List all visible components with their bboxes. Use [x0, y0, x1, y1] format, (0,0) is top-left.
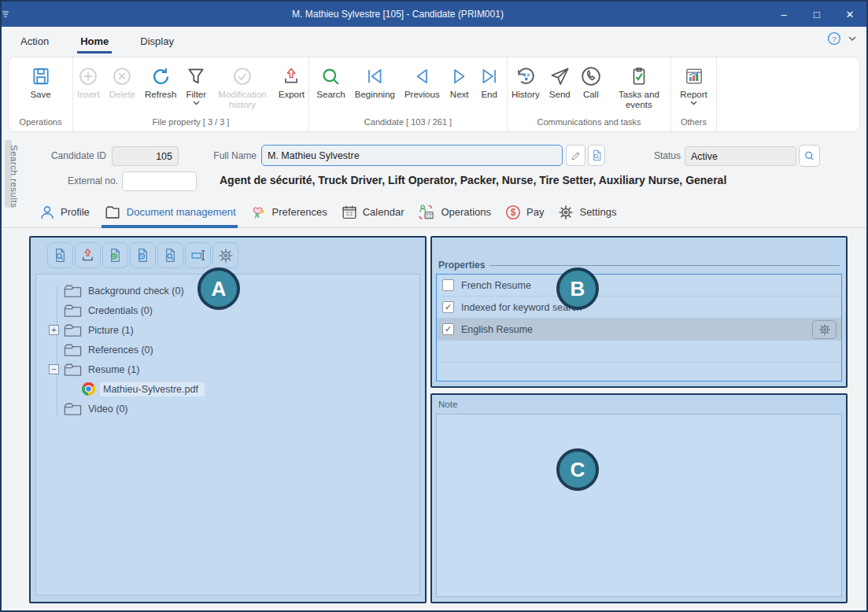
person-icon [39, 204, 56, 221]
calendar-icon [341, 204, 358, 221]
upload-document-button[interactable] [75, 242, 101, 268]
gear-icon [818, 323, 832, 337]
full-name-field[interactable] [261, 145, 563, 166]
upload-arrow-icon [79, 247, 96, 264]
search-button[interactable]: Search [312, 63, 349, 100]
tasks-and-events-button[interactable]: Tasks and events [608, 63, 670, 110]
report-icon [684, 63, 704, 90]
tab-operations[interactable]: Operations [416, 197, 493, 228]
document-history-button[interactable] [130, 242, 156, 268]
checkbox[interactable]: ✓ [442, 323, 454, 335]
tree-expander-icon[interactable]: − [49, 364, 59, 374]
menu-display[interactable]: Display [137, 27, 177, 55]
property-row-french-resume[interactable]: French Resume [437, 275, 841, 297]
tree-item-resume[interactable]: − Resume (1) [36, 359, 419, 379]
tree-file-resume-pdf[interactable]: Mathieu-Sylvestre.pdf [36, 379, 419, 399]
status-label: Status [627, 150, 681, 161]
tab-preferences[interactable]: Preferences [248, 197, 329, 228]
send-label: Send [549, 90, 571, 100]
folder-icon [64, 363, 82, 377]
minimize-button[interactable]: – [767, 2, 800, 27]
checkbox[interactable]: ✓ [442, 301, 454, 313]
tab-calendar[interactable]: Calendar [339, 197, 406, 228]
checkbox[interactable] [442, 279, 454, 291]
maximize-button[interactable]: □ [800, 2, 833, 27]
add-document-button[interactable] [102, 242, 128, 268]
tab-settings[interactable]: Settings [556, 197, 618, 228]
tree-settings-button[interactable] [212, 242, 238, 268]
document-tree-panel: Background check (0) Credentials (0) + P… [29, 236, 427, 603]
note-textarea[interactable] [436, 414, 842, 597]
chevron-down-icon [690, 101, 697, 105]
full-name-label: Full Name [205, 150, 257, 161]
ribbon-group-operations: Save Operations [9, 57, 73, 131]
tree-item-label: Video (0) [88, 404, 128, 415]
view-document-button[interactable] [47, 242, 73, 268]
note-panel: Note C [430, 393, 848, 603]
end-button[interactable]: End [475, 63, 504, 100]
send-icon [549, 63, 571, 90]
tab-document-management-label: Document management [127, 206, 236, 218]
history-button[interactable]: History [508, 63, 544, 100]
rename-document-button[interactable] [185, 242, 211, 268]
external-no-label: External no. [25, 175, 118, 186]
tab-calendar-label: Calendar [363, 206, 404, 218]
callout-badge-b: B [556, 267, 599, 310]
report-button[interactable]: Report [676, 63, 711, 105]
external-no-field[interactable] [122, 171, 197, 191]
beginning-button[interactable]: Beginning [351, 63, 399, 100]
group-caption-communications: Communications and tasks [508, 116, 670, 131]
preview-name-button[interactable] [588, 145, 605, 166]
ribbon: Save Operations Insert Delete [8, 57, 860, 132]
call-button[interactable]: Call [576, 63, 606, 100]
tab-pay[interactable]: $ Pay [503, 197, 545, 228]
tree-file-label: Mathieu-Sylvestre.pdf [100, 382, 205, 396]
tree-item-label: Background check (0) [88, 286, 184, 297]
tree-item-video[interactable]: Video (0) [36, 399, 419, 418]
filter-button[interactable]: Filter [182, 63, 210, 105]
send-button[interactable]: Send [545, 63, 574, 100]
checkbox-mark: ✓ [445, 302, 452, 312]
menu-action[interactable]: Action [17, 27, 52, 55]
tab-operations-label: Operations [441, 206, 491, 218]
chevron-down-icon [193, 101, 200, 105]
property-settings-button[interactable] [812, 320, 837, 339]
tab-profile[interactable]: Profile [37, 197, 91, 228]
delete-button: Delete [105, 63, 139, 100]
document-plus-icon [107, 247, 124, 264]
property-row-empty [437, 363, 841, 385]
checkbox-mark: ✓ [445, 324, 452, 334]
next-label: Next [450, 90, 469, 100]
tree-item-picture[interactable]: + Picture (1) [36, 320, 419, 340]
collapse-ribbon-icon[interactable] [848, 35, 857, 42]
help-icon[interactable]: ? [827, 31, 841, 46]
tree-item-label: Picture (1) [88, 325, 134, 336]
tree-item-references[interactable]: References (0) [36, 340, 419, 359]
next-button[interactable]: Next [445, 63, 474, 100]
gear-icon [557, 204, 574, 221]
status-search-button[interactable] [799, 145, 820, 167]
menu-home[interactable]: Home [77, 27, 112, 55]
beginning-icon [364, 63, 385, 90]
history-icon [515, 63, 537, 90]
edit-name-button[interactable] [566, 145, 585, 166]
magnifier-icon [803, 149, 816, 163]
previous-button[interactable]: Previous [401, 63, 444, 100]
property-row-english-resume[interactable]: ✓ English Resume [437, 319, 841, 341]
property-row-indexed[interactable]: ✓ Indexed for keyword search [437, 297, 841, 319]
save-button[interactable]: Save [26, 63, 54, 100]
svg-text:?: ? [832, 35, 837, 43]
status-field[interactable] [685, 146, 796, 166]
chrome-icon [82, 382, 95, 396]
tab-document-management[interactable]: Document management [102, 197, 238, 228]
preview-document-button[interactable] [157, 242, 183, 268]
app-icon[interactable] [2, 10, 28, 18]
refresh-button[interactable]: Refresh [141, 63, 180, 100]
close-button[interactable]: ✕ [833, 2, 866, 27]
export-button[interactable]: Export [275, 63, 308, 100]
properties-list: French Resume ✓ Indexed for keyword sear… [436, 274, 842, 382]
tree-expander-icon[interactable]: + [49, 325, 59, 335]
candidate-id-field[interactable] [112, 146, 179, 166]
svg-text:$: $ [511, 207, 516, 218]
call-icon [580, 63, 602, 90]
